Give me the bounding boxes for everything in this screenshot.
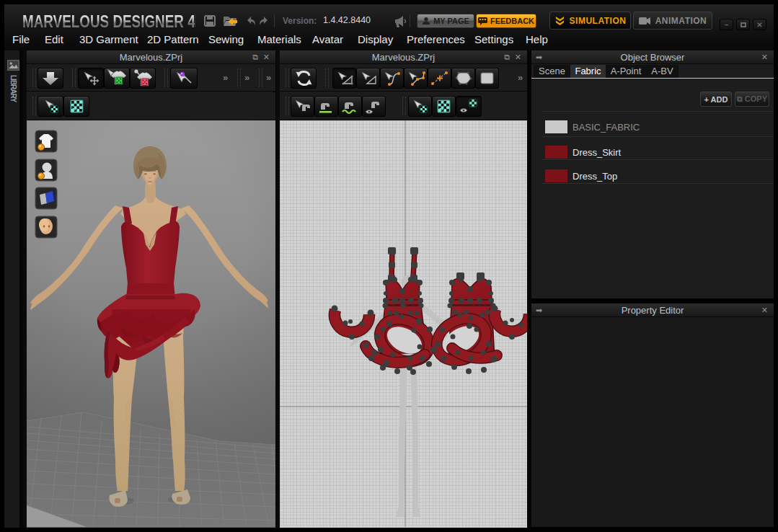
svg-text:P: P (72, 107, 76, 113)
svg-text:P: P (439, 107, 443, 113)
